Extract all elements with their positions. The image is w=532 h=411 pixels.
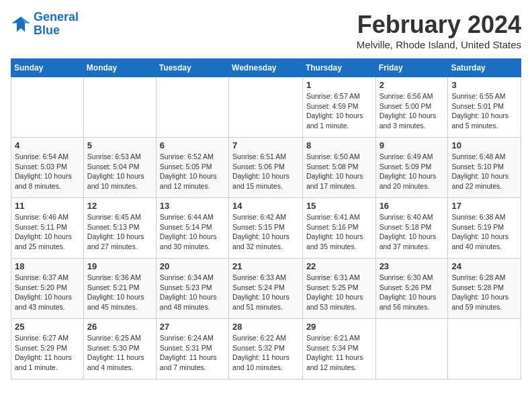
calendar-cell: 8Sunrise: 6:50 AM Sunset: 5:08 PM Daylig… — [302, 138, 375, 198]
dow-wednesday: Wednesday — [229, 59, 303, 77]
calendar-cell: 20Sunrise: 6:34 AM Sunset: 5:23 PM Dayli… — [156, 259, 228, 319]
day-info: Sunrise: 6:51 AM Sunset: 5:06 PM Dayligh… — [232, 152, 299, 191]
dow-monday: Monday — [83, 59, 156, 77]
calendar-cell: 3Sunrise: 6:55 AM Sunset: 5:01 PM Daylig… — [448, 77, 521, 138]
dow-thursday: Thursday — [302, 59, 375, 77]
day-number: 15 — [306, 201, 372, 211]
calendar-cell: 14Sunrise: 6:42 AM Sunset: 5:15 PM Dayli… — [229, 198, 303, 259]
day-info: Sunrise: 6:27 AM Sunset: 5:29 PM Dayligh… — [15, 333, 80, 373]
day-number: 25 — [15, 322, 80, 332]
calendar-cell — [11, 77, 84, 138]
month-title: February 2024 — [357, 11, 521, 39]
day-number: 28 — [232, 322, 299, 332]
day-number: 12 — [87, 201, 152, 211]
calendar-cell: 9Sunrise: 6:49 AM Sunset: 5:09 PM Daylig… — [375, 138, 448, 198]
header: General Blue February 2024 Melville, Rho… — [11, 11, 521, 50]
week-row-4: 25Sunrise: 6:27 AM Sunset: 5:29 PM Dayli… — [11, 319, 521, 379]
calendar-cell: 6Sunrise: 6:52 AM Sunset: 5:05 PM Daylig… — [156, 138, 228, 198]
week-row-1: 4Sunrise: 6:54 AM Sunset: 5:03 PM Daylig… — [11, 138, 521, 198]
calendar-cell: 28Sunrise: 6:22 AM Sunset: 5:32 PM Dayli… — [229, 319, 303, 379]
day-info: Sunrise: 6:38 AM Sunset: 5:19 PM Dayligh… — [451, 212, 517, 252]
logo-line2: Blue — [34, 24, 60, 37]
day-info: Sunrise: 6:24 AM Sunset: 5:31 PM Dayligh… — [160, 333, 225, 373]
day-number: 10 — [451, 140, 517, 150]
day-info: Sunrise: 6:31 AM Sunset: 5:25 PM Dayligh… — [306, 273, 372, 312]
day-number: 11 — [15, 201, 80, 211]
calendar-cell: 25Sunrise: 6:27 AM Sunset: 5:29 PM Dayli… — [11, 319, 84, 379]
calendar-cell: 4Sunrise: 6:54 AM Sunset: 5:03 PM Daylig… — [11, 138, 84, 198]
calendar-cell: 16Sunrise: 6:40 AM Sunset: 5:18 PM Dayli… — [375, 198, 448, 259]
day-info: Sunrise: 6:52 AM Sunset: 5:05 PM Dayligh… — [160, 152, 225, 191]
day-info: Sunrise: 6:48 AM Sunset: 5:10 PM Dayligh… — [451, 152, 517, 191]
calendar-cell: 5Sunrise: 6:53 AM Sunset: 5:04 PM Daylig… — [83, 138, 156, 198]
day-number: 26 — [87, 322, 152, 332]
dow-sunday: Sunday — [11, 59, 84, 77]
calendar-cell: 29Sunrise: 6:21 AM Sunset: 5:34 PM Dayli… — [302, 319, 375, 379]
day-info: Sunrise: 6:37 AM Sunset: 5:20 PM Dayligh… — [15, 273, 80, 312]
calendar-cell: 22Sunrise: 6:31 AM Sunset: 5:25 PM Dayli… — [302, 259, 375, 319]
day-info: Sunrise: 6:55 AM Sunset: 5:01 PM Dayligh… — [451, 91, 517, 131]
calendar-cell: 24Sunrise: 6:28 AM Sunset: 5:28 PM Dayli… — [448, 259, 521, 319]
calendar-cell: 17Sunrise: 6:38 AM Sunset: 5:19 PM Dayli… — [448, 198, 521, 259]
calendar-cell: 10Sunrise: 6:48 AM Sunset: 5:10 PM Dayli… — [448, 138, 521, 198]
day-number: 17 — [451, 201, 517, 211]
day-info: Sunrise: 6:33 AM Sunset: 5:24 PM Dayligh… — [232, 273, 299, 312]
dow-friday: Friday — [375, 59, 448, 77]
day-number: 6 — [160, 140, 225, 150]
day-number: 9 — [380, 140, 445, 150]
day-info: Sunrise: 6:54 AM Sunset: 5:03 PM Dayligh… — [15, 152, 80, 191]
logo: General Blue — [11, 11, 79, 38]
day-info: Sunrise: 6:28 AM Sunset: 5:28 PM Dayligh… — [451, 273, 517, 312]
logo-text: General Blue — [34, 11, 79, 38]
day-info: Sunrise: 6:53 AM Sunset: 5:04 PM Dayligh… — [87, 152, 152, 191]
day-info: Sunrise: 6:46 AM Sunset: 5:11 PM Dayligh… — [15, 212, 80, 252]
day-number: 22 — [306, 261, 372, 271]
day-number: 27 — [160, 322, 225, 332]
svg-marker-0 — [12, 17, 30, 32]
day-info: Sunrise: 6:42 AM Sunset: 5:15 PM Dayligh… — [232, 212, 299, 252]
days-of-week-row: SundayMondayTuesdayWednesdayThursdayFrid… — [11, 59, 521, 77]
calendar-cell: 19Sunrise: 6:36 AM Sunset: 5:21 PM Dayli… — [83, 259, 156, 319]
day-number: 13 — [160, 201, 225, 211]
calendar-cell: 7Sunrise: 6:51 AM Sunset: 5:06 PM Daylig… — [229, 138, 303, 198]
day-number: 18 — [15, 261, 80, 271]
day-number: 23 — [380, 261, 445, 271]
day-number: 19 — [87, 261, 152, 271]
day-number: 5 — [87, 140, 152, 150]
calendar-cell: 18Sunrise: 6:37 AM Sunset: 5:20 PM Dayli… — [11, 259, 84, 319]
calendar-cell: 11Sunrise: 6:46 AM Sunset: 5:11 PM Dayli… — [11, 198, 84, 259]
week-row-2: 11Sunrise: 6:46 AM Sunset: 5:11 PM Dayli… — [11, 198, 521, 259]
calendar-cell — [156, 77, 228, 138]
location-title: Melville, Rhode Island, United States — [357, 39, 521, 50]
calendar-body: 1Sunrise: 6:57 AM Sunset: 4:59 PM Daylig… — [11, 77, 521, 379]
day-number: 20 — [160, 261, 225, 271]
day-info: Sunrise: 6:50 AM Sunset: 5:08 PM Dayligh… — [306, 152, 372, 191]
day-info: Sunrise: 6:22 AM Sunset: 5:32 PM Dayligh… — [232, 333, 299, 373]
week-row-3: 18Sunrise: 6:37 AM Sunset: 5:20 PM Dayli… — [11, 259, 521, 319]
calendar-cell — [375, 319, 448, 379]
day-info: Sunrise: 6:34 AM Sunset: 5:23 PM Dayligh… — [160, 273, 225, 312]
day-info: Sunrise: 6:49 AM Sunset: 5:09 PM Dayligh… — [380, 152, 445, 191]
day-number: 8 — [306, 140, 372, 150]
day-info: Sunrise: 6:21 AM Sunset: 5:34 PM Dayligh… — [306, 333, 372, 373]
day-info: Sunrise: 6:57 AM Sunset: 4:59 PM Dayligh… — [306, 91, 372, 131]
day-number: 21 — [232, 261, 299, 271]
day-info: Sunrise: 6:41 AM Sunset: 5:16 PM Dayligh… — [306, 212, 372, 252]
day-number: 1 — [306, 80, 372, 90]
day-number: 7 — [232, 140, 299, 150]
dow-tuesday: Tuesday — [156, 59, 228, 77]
day-info: Sunrise: 6:44 AM Sunset: 5:14 PM Dayligh… — [160, 212, 225, 252]
calendar-cell: 27Sunrise: 6:24 AM Sunset: 5:31 PM Dayli… — [156, 319, 228, 379]
calendar-cell — [229, 77, 303, 138]
day-number: 14 — [232, 201, 299, 211]
day-info: Sunrise: 6:30 AM Sunset: 5:26 PM Dayligh… — [380, 273, 445, 312]
day-info: Sunrise: 6:25 AM Sunset: 5:30 PM Dayligh… — [87, 333, 152, 373]
calendar-cell: 2Sunrise: 6:56 AM Sunset: 5:00 PM Daylig… — [375, 77, 448, 138]
calendar-cell: 21Sunrise: 6:33 AM Sunset: 5:24 PM Dayli… — [229, 259, 303, 319]
calendar-table: SundayMondayTuesdayWednesdayThursdayFrid… — [11, 58, 521, 379]
day-info: Sunrise: 6:40 AM Sunset: 5:18 PM Dayligh… — [380, 212, 445, 252]
calendar-cell: 1Sunrise: 6:57 AM Sunset: 4:59 PM Daylig… — [302, 77, 375, 138]
logo-icon — [11, 14, 31, 34]
calendar-cell: 13Sunrise: 6:44 AM Sunset: 5:14 PM Dayli… — [156, 198, 228, 259]
dow-saturday: Saturday — [448, 59, 521, 77]
